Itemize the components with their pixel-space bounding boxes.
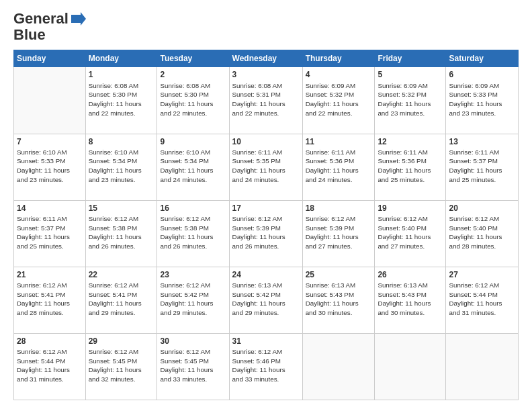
- calendar-cell: 24Sunrise: 6:13 AM Sunset: 5:42 PM Dayli…: [229, 267, 302, 333]
- day-info: Sunrise: 6:11 AM Sunset: 5:35 PM Dayligh…: [232, 148, 300, 185]
- day-number: 26: [378, 269, 443, 280]
- calendar-cell: 10Sunrise: 6:11 AM Sunset: 5:35 PM Dayli…: [229, 134, 302, 200]
- weekday-header-thursday: Thursday: [302, 50, 375, 67]
- day-number: 1: [89, 69, 154, 80]
- day-number: 25: [306, 269, 372, 280]
- calendar-cell: 16Sunrise: 6:12 AM Sunset: 5:38 PM Dayli…: [157, 200, 229, 267]
- calendar-cell: [375, 333, 446, 400]
- weekday-header-saturday: Saturday: [446, 50, 519, 67]
- day-info: Sunrise: 6:11 AM Sunset: 5:37 PM Dayligh…: [17, 214, 83, 251]
- weekday-header-tuesday: Tuesday: [157, 50, 229, 67]
- day-number: 30: [160, 336, 226, 347]
- day-number: 22: [89, 269, 154, 280]
- day-info: Sunrise: 6:12 AM Sunset: 5:45 PM Dayligh…: [89, 347, 154, 384]
- day-info: Sunrise: 6:11 AM Sunset: 5:37 PM Dayligh…: [449, 148, 515, 185]
- calendar-cell: [446, 333, 519, 400]
- day-info: Sunrise: 6:12 AM Sunset: 5:39 PM Dayligh…: [232, 214, 300, 251]
- day-number: 31: [232, 336, 300, 347]
- day-info: Sunrise: 6:11 AM Sunset: 5:36 PM Dayligh…: [306, 148, 372, 185]
- calendar-cell: 19Sunrise: 6:12 AM Sunset: 5:40 PM Dayli…: [375, 200, 446, 267]
- day-number: 2: [160, 69, 226, 80]
- day-info: Sunrise: 6:08 AM Sunset: 5:30 PM Dayligh…: [89, 81, 154, 118]
- day-number: 7: [17, 136, 83, 147]
- calendar-week-4: 21Sunrise: 6:12 AM Sunset: 5:41 PM Dayli…: [14, 267, 519, 333]
- calendar-cell: 8Sunrise: 6:10 AM Sunset: 5:34 PM Daylig…: [85, 134, 157, 200]
- day-info: Sunrise: 6:13 AM Sunset: 5:43 PM Dayligh…: [306, 281, 372, 318]
- calendar-cell: 7Sunrise: 6:10 AM Sunset: 5:33 PM Daylig…: [14, 134, 86, 200]
- calendar-cell: 14Sunrise: 6:11 AM Sunset: 5:37 PM Dayli…: [14, 200, 86, 267]
- day-info: Sunrise: 6:12 AM Sunset: 5:44 PM Dayligh…: [449, 281, 515, 318]
- calendar-cell: 28Sunrise: 6:12 AM Sunset: 5:44 PM Dayli…: [14, 333, 86, 400]
- calendar-week-2: 7Sunrise: 6:10 AM Sunset: 5:33 PM Daylig…: [14, 134, 519, 200]
- day-number: 12: [378, 136, 443, 147]
- logo-blue: Blue: [13, 27, 46, 43]
- page: General Blue SundayMondayTuesdayWednesda…: [0, 0, 532, 411]
- day-number: 23: [160, 269, 226, 280]
- calendar-cell: 9Sunrise: 6:10 AM Sunset: 5:34 PM Daylig…: [157, 134, 229, 200]
- day-number: 8: [89, 136, 154, 147]
- day-number: 21: [17, 269, 83, 280]
- calendar-cell: 6Sunrise: 6:09 AM Sunset: 5:33 PM Daylig…: [446, 67, 519, 134]
- calendar-cell: [302, 333, 375, 400]
- day-info: Sunrise: 6:12 AM Sunset: 5:40 PM Dayligh…: [378, 214, 443, 251]
- calendar-cell: 5Sunrise: 6:09 AM Sunset: 5:32 PM Daylig…: [375, 67, 446, 134]
- day-number: 10: [232, 136, 300, 147]
- calendar-cell: 21Sunrise: 6:12 AM Sunset: 5:41 PM Dayli…: [14, 267, 86, 333]
- weekday-header-friday: Friday: [375, 50, 446, 67]
- day-number: 14: [17, 203, 83, 214]
- logo-general: General: [13, 10, 69, 27]
- day-number: 11: [306, 136, 372, 147]
- day-info: Sunrise: 6:13 AM Sunset: 5:43 PM Dayligh…: [378, 281, 443, 318]
- day-number: 28: [17, 336, 83, 347]
- day-number: 13: [449, 136, 515, 147]
- weekday-header-sunday: Sunday: [14, 50, 86, 67]
- calendar-cell: 17Sunrise: 6:12 AM Sunset: 5:39 PM Dayli…: [229, 200, 302, 267]
- logo: General Blue: [13, 11, 86, 43]
- day-number: 4: [306, 69, 372, 80]
- day-info: Sunrise: 6:12 AM Sunset: 5:45 PM Dayligh…: [160, 347, 226, 384]
- calendar-cell: 23Sunrise: 6:12 AM Sunset: 5:42 PM Dayli…: [157, 267, 229, 333]
- weekday-header-row: SundayMondayTuesdayWednesdayThursdayFrid…: [14, 50, 519, 67]
- day-info: Sunrise: 6:09 AM Sunset: 5:32 PM Dayligh…: [378, 81, 443, 118]
- day-info: Sunrise: 6:10 AM Sunset: 5:34 PM Dayligh…: [89, 148, 154, 185]
- day-info: Sunrise: 6:13 AM Sunset: 5:42 PM Dayligh…: [232, 281, 300, 318]
- day-number: 9: [160, 136, 226, 147]
- calendar-cell: 20Sunrise: 6:12 AM Sunset: 5:40 PM Dayli…: [446, 200, 519, 267]
- day-info: Sunrise: 6:12 AM Sunset: 5:38 PM Dayligh…: [89, 214, 154, 251]
- day-info: Sunrise: 6:12 AM Sunset: 5:42 PM Dayligh…: [160, 281, 226, 318]
- calendar-cell: 3Sunrise: 6:08 AM Sunset: 5:31 PM Daylig…: [229, 67, 302, 134]
- calendar-cell: 25Sunrise: 6:13 AM Sunset: 5:43 PM Dayli…: [302, 267, 375, 333]
- calendar-cell: 27Sunrise: 6:12 AM Sunset: 5:44 PM Dayli…: [446, 267, 519, 333]
- calendar-cell: 4Sunrise: 6:09 AM Sunset: 5:32 PM Daylig…: [302, 67, 375, 134]
- calendar-table: SundayMondayTuesdayWednesdayThursdayFrid…: [13, 50, 519, 400]
- calendar-cell: 12Sunrise: 6:11 AM Sunset: 5:36 PM Dayli…: [375, 134, 446, 200]
- calendar-cell: 2Sunrise: 6:08 AM Sunset: 5:30 PM Daylig…: [157, 67, 229, 134]
- day-number: 19: [378, 203, 443, 214]
- day-number: 27: [449, 269, 515, 280]
- day-number: 16: [160, 203, 226, 214]
- day-number: 6: [449, 69, 515, 80]
- day-number: 3: [232, 69, 300, 80]
- day-info: Sunrise: 6:12 AM Sunset: 5:40 PM Dayligh…: [449, 214, 515, 251]
- calendar-week-3: 14Sunrise: 6:11 AM Sunset: 5:37 PM Dayli…: [14, 200, 519, 267]
- day-number: 15: [89, 203, 154, 214]
- svg-marker-0: [71, 12, 86, 26]
- weekday-header-monday: Monday: [85, 50, 157, 67]
- day-info: Sunrise: 6:08 AM Sunset: 5:31 PM Dayligh…: [232, 81, 300, 118]
- calendar-week-5: 28Sunrise: 6:12 AM Sunset: 5:44 PM Dayli…: [14, 333, 519, 400]
- day-number: 20: [449, 203, 515, 214]
- day-info: Sunrise: 6:11 AM Sunset: 5:36 PM Dayligh…: [378, 148, 443, 185]
- day-number: 29: [89, 336, 154, 347]
- calendar-cell: 30Sunrise: 6:12 AM Sunset: 5:45 PM Dayli…: [157, 333, 229, 400]
- day-info: Sunrise: 6:12 AM Sunset: 5:46 PM Dayligh…: [232, 347, 300, 384]
- calendar-cell: 18Sunrise: 6:12 AM Sunset: 5:39 PM Dayli…: [302, 200, 375, 267]
- calendar-cell: 11Sunrise: 6:11 AM Sunset: 5:36 PM Dayli…: [302, 134, 375, 200]
- day-number: 18: [306, 203, 372, 214]
- weekday-header-wednesday: Wednesday: [229, 50, 302, 67]
- calendar-cell: 29Sunrise: 6:12 AM Sunset: 5:45 PM Dayli…: [85, 333, 157, 400]
- calendar-cell: 26Sunrise: 6:13 AM Sunset: 5:43 PM Dayli…: [375, 267, 446, 333]
- header: General Blue: [13, 11, 519, 43]
- day-info: Sunrise: 6:09 AM Sunset: 5:32 PM Dayligh…: [306, 81, 372, 118]
- day-info: Sunrise: 6:12 AM Sunset: 5:44 PM Dayligh…: [17, 347, 83, 384]
- day-number: 24: [232, 269, 300, 280]
